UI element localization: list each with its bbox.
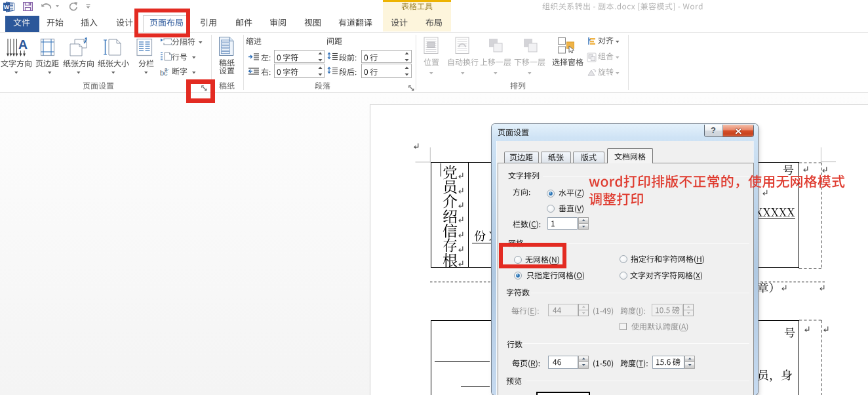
svg-text:A: A — [18, 37, 28, 52]
svg-text:W: W — [4, 4, 10, 10]
svg-text:a-: a- — [165, 66, 169, 72]
